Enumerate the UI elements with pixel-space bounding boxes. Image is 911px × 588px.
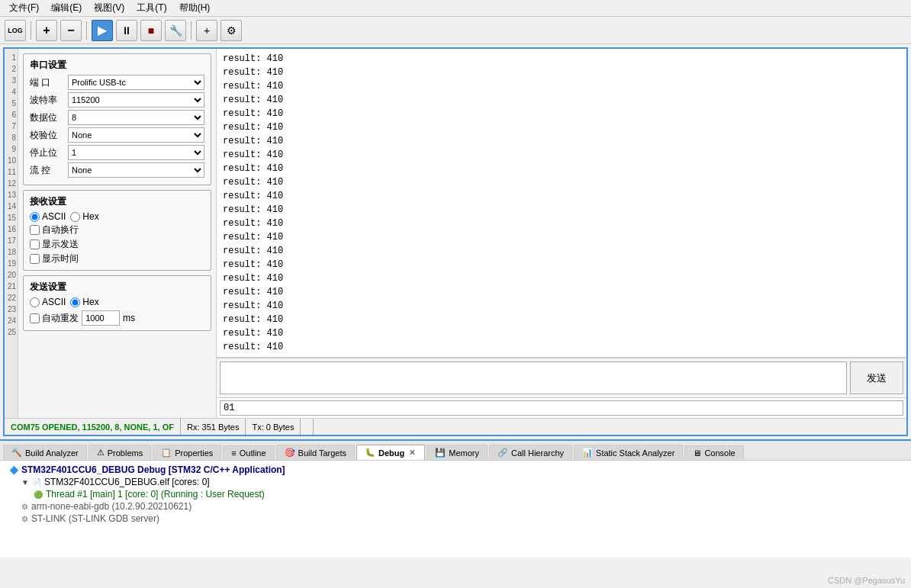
send-ascii-radio[interactable]: ASCII bbox=[30, 297, 66, 307]
stop-row: 停止位 1 bbox=[30, 145, 204, 160]
tab-memory[interactable]: 💾 Memory bbox=[427, 445, 488, 460]
toolbar-separator-3 bbox=[191, 21, 192, 40]
tab-console[interactable]: 🖥 Console bbox=[684, 445, 743, 460]
problems-icon: ⚠ bbox=[97, 448, 105, 458]
tree-root-label: STM32F401CCU6_DEBUG Debug [STM32 C/C++ A… bbox=[21, 464, 285, 475]
play-button[interactable]: ▶ bbox=[92, 20, 113, 41]
interval-input[interactable] bbox=[82, 310, 120, 326]
data-label: 数据位 bbox=[30, 111, 68, 124]
new-button[interactable]: + bbox=[196, 20, 217, 41]
baud-select[interactable]: 115200 bbox=[68, 92, 204, 108]
tab-call-hierarchy-label: Call Hierarchy bbox=[511, 448, 564, 458]
output-line: result: 410 bbox=[223, 230, 900, 244]
stlink-icon: ⚙ bbox=[21, 515, 28, 523]
parity-select[interactable]: None bbox=[68, 127, 204, 143]
port-select[interactable]: Prolific USB-tc bbox=[68, 75, 204, 90]
tab-debug[interactable]: 🐛 Debug ✕ bbox=[356, 445, 425, 460]
input-row: 发送 bbox=[217, 358, 906, 397]
output-line: result: 410 bbox=[223, 52, 900, 66]
output-line: result: 410 bbox=[223, 107, 900, 120]
tab-outline[interactable]: ≡ Outline bbox=[223, 445, 274, 460]
build-analyzer-icon: 🔨 bbox=[11, 448, 22, 458]
toolbar: LOG + − ▶ ⏸ ■ 🔧 + ⚙ bbox=[0, 17, 911, 44]
send-settings-section: 发送设置 ASCII Hex 自动重发 bbox=[23, 275, 211, 331]
recv-hex-radio[interactable]: Hex bbox=[70, 211, 98, 222]
menu-item-edit[interactable]: 编辑(E) bbox=[45, 0, 88, 16]
build-targets-icon: 🎯 bbox=[285, 448, 295, 458]
tab-properties[interactable]: 📋 Properties bbox=[153, 445, 221, 460]
pause-button[interactable]: ⏸ bbox=[116, 20, 137, 41]
output-line: result: 410 bbox=[223, 244, 900, 258]
menu-item-view[interactable]: 视图(V) bbox=[88, 0, 130, 16]
tab-build-analyzer[interactable]: 🔨 Build Analyzer bbox=[3, 445, 87, 460]
menu-item-help[interactable]: 帮助(H) bbox=[173, 0, 217, 16]
main-area: 123 456 789 101112 131415 161718 192021 … bbox=[0, 44, 911, 588]
tree-elf[interactable]: ▼ 📄 STM32F401CCU6_DEBUG.elf [cores: 0] bbox=[6, 476, 905, 488]
stop-label: 停止位 bbox=[30, 146, 68, 159]
tab-build-targets-label: Build Targets bbox=[298, 448, 346, 458]
memory-icon: 💾 bbox=[435, 448, 446, 458]
tree-elf-arrow: ▼ bbox=[21, 478, 29, 487]
baud-label: 波特率 bbox=[30, 94, 68, 107]
log-button[interactable]: LOG bbox=[5, 20, 26, 41]
parity-label: 校验位 bbox=[30, 129, 68, 142]
output-line: result: 410 bbox=[223, 189, 900, 203]
gdb-icon: ⚙ bbox=[21, 503, 28, 511]
send-textarea[interactable] bbox=[221, 362, 846, 394]
debug-tab-close[interactable]: ✕ bbox=[407, 448, 417, 457]
stop-select[interactable]: 1 bbox=[68, 145, 204, 160]
add-button[interactable]: + bbox=[36, 20, 57, 41]
tab-build-targets[interactable]: 🎯 Build Targets bbox=[276, 445, 355, 460]
send-button[interactable]: 发送 bbox=[850, 361, 903, 394]
auto-resend-checkbox[interactable]: 自动重发 bbox=[30, 312, 79, 325]
tab-build-analyzer-label: Build Analyzer bbox=[25, 448, 79, 458]
tab-console-label: Console bbox=[704, 448, 735, 458]
tab-static-stack[interactable]: 📊 Static Stack Analyzer bbox=[574, 445, 683, 460]
tree-thread[interactable]: 🟢 Thread #1 [main] 1 [core: 0] (Running … bbox=[6, 488, 905, 500]
flow-select[interactable]: None bbox=[68, 162, 204, 178]
menu-item-file[interactable]: 文件(F) bbox=[3, 0, 45, 16]
output-line: result: 410 bbox=[223, 66, 900, 79]
outline-icon: ≡ bbox=[231, 448, 236, 458]
tree-root[interactable]: 🔷 STM32F401CCU6_DEBUG Debug [STM32 C/C++… bbox=[6, 464, 905, 476]
ms-label: ms bbox=[123, 313, 135, 323]
tree-gdb[interactable]: ⚙ arm-none-eabi-gdb (10.2.90.20210621) bbox=[6, 500, 905, 512]
tree-stlink[interactable]: ⚙ ST-LINK (ST-LINK GDB server) bbox=[6, 512, 905, 525]
line-numbers: 123 456 789 101112 131415 161718 192021 … bbox=[5, 49, 18, 418]
hex-input[interactable] bbox=[220, 400, 903, 416]
show-time-checkbox[interactable]: 显示时间 bbox=[30, 252, 204, 265]
console-icon: 🖥 bbox=[693, 448, 701, 458]
minus-button[interactable]: − bbox=[60, 20, 82, 41]
tab-debug-label: Debug bbox=[378, 448, 404, 458]
baud-row: 波特率 115200 bbox=[30, 92, 204, 108]
send-hex-radio[interactable]: Hex bbox=[70, 297, 98, 307]
settings-button[interactable]: ⚙ bbox=[221, 20, 242, 41]
tree-stlink-label: ST-LINK (ST-LINK GDB server) bbox=[31, 513, 159, 524]
serial-content: 123 456 789 101112 131415 161718 192021 … bbox=[5, 49, 906, 418]
auto-newline-checkbox[interactable]: 自动换行 bbox=[30, 223, 204, 236]
ide-bottom-panel: 🔨 Build Analyzer ⚠ Problems 📋 Properties… bbox=[0, 439, 911, 557]
flow-label: 流 控 bbox=[30, 164, 68, 177]
elf-icon: 📄 bbox=[32, 478, 41, 487]
tab-problems[interactable]: ⚠ Problems bbox=[89, 445, 151, 460]
tab-properties-label: Properties bbox=[175, 448, 213, 458]
wrench-button[interactable]: 🔧 bbox=[165, 20, 186, 41]
tab-call-hierarchy[interactable]: 🔗 Call Hierarchy bbox=[489, 445, 572, 460]
send-settings-title: 发送设置 bbox=[30, 281, 204, 294]
output-area[interactable]: result: 410result: 410result: 410result:… bbox=[217, 49, 906, 358]
tree-elf-label: STM32F401CCU6_DEBUG.elf [cores: 0] bbox=[44, 477, 210, 487]
com-status: COM75 OPENED, 115200, 8, NONE, 1, OF bbox=[5, 419, 181, 435]
data-select[interactable]: 8 bbox=[68, 110, 204, 125]
debug-tree: 🔷 STM32F401CCU6_DEBUG Debug [STM32 C/C++… bbox=[0, 461, 911, 557]
stop-button[interactable]: ■ bbox=[140, 20, 162, 41]
tab-static-stack-label: Static Stack Analyzer bbox=[596, 448, 674, 458]
output-line: result: 410 bbox=[223, 162, 900, 175]
parity-row: 校验位 None bbox=[30, 127, 204, 143]
port-label: 端 口 bbox=[30, 76, 68, 89]
recv-ascii-radio[interactable]: ASCII bbox=[30, 211, 66, 222]
show-send-checkbox[interactable]: 显示发送 bbox=[30, 238, 204, 251]
menu-item-tools[interactable]: 工具(T) bbox=[130, 0, 172, 16]
output-line: result: 410 bbox=[223, 217, 900, 230]
output-line: result: 410 bbox=[223, 272, 900, 285]
menu-bar: 文件(F) 编辑(E) 视图(V) 工具(T) 帮助(H) bbox=[0, 0, 911, 17]
